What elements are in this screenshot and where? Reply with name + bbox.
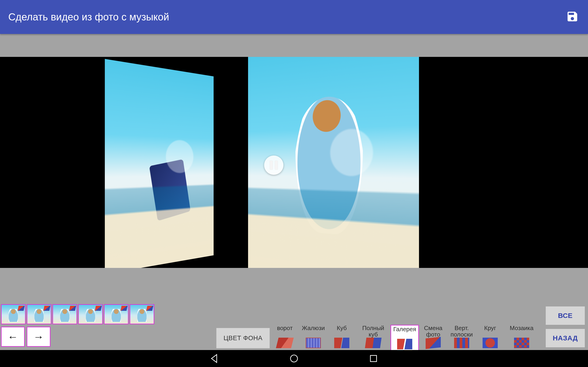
effect-cube[interactable]: Куб bbox=[328, 325, 356, 348]
pause-button[interactable] bbox=[264, 156, 284, 175]
spacer bbox=[0, 34, 588, 57]
effect-label: Куб bbox=[337, 325, 346, 338]
effect-label: Полный куб bbox=[362, 325, 384, 338]
effect-blinds[interactable]: Жалюзи bbox=[299, 325, 328, 348]
thumbnail-strip bbox=[1, 304, 154, 324]
effect-fullcube[interactable]: Полный куб bbox=[356, 325, 390, 348]
svg-rect-1 bbox=[371, 356, 377, 362]
effect-icon bbox=[483, 338, 498, 348]
app-title: Сделать видео из фото с музыкой bbox=[8, 11, 169, 23]
thumbnail[interactable] bbox=[104, 304, 129, 324]
effect-icon bbox=[276, 338, 294, 348]
effect-label: ворот bbox=[277, 325, 293, 338]
effect-icon bbox=[514, 338, 529, 348]
prev-button[interactable]: ← bbox=[1, 327, 25, 347]
svg-point-0 bbox=[291, 355, 298, 362]
effect-gallery[interactable]: Галерея bbox=[390, 325, 419, 351]
nav-recent-icon[interactable] bbox=[368, 353, 379, 364]
background-color-button[interactable]: ЦВЕТ ФОНА bbox=[216, 328, 270, 348]
effect-icon bbox=[397, 339, 412, 349]
effect-icon bbox=[334, 338, 349, 348]
effect-circle[interactable]: Круг bbox=[476, 325, 504, 348]
effect-mosaic[interactable]: Мозаика bbox=[504, 325, 539, 348]
effect-label: Круг bbox=[484, 325, 496, 338]
effect-label: Смена фото bbox=[424, 325, 442, 338]
next-button[interactable]: → bbox=[27, 327, 51, 347]
nav-back-icon[interactable] bbox=[209, 353, 220, 364]
effect-change[interactable]: Смена фото bbox=[419, 325, 447, 348]
app-bar: Сделать видео из фото с музыкой bbox=[0, 0, 588, 34]
effect-label: Мозаика bbox=[510, 325, 533, 338]
effect-icon bbox=[454, 338, 469, 348]
arrow-controls: ← → bbox=[1, 327, 51, 347]
slide-preview-left bbox=[105, 59, 214, 268]
thumbnail[interactable] bbox=[130, 304, 154, 324]
save-icon bbox=[566, 10, 579, 23]
effect-label: Верт. полоски bbox=[451, 325, 473, 338]
bottom-panel: ← → ЦВЕТ ФОНА воротЖалюзиКубПолный кубГа… bbox=[0, 268, 588, 350]
thumbnail[interactable] bbox=[1, 304, 26, 324]
save-button[interactable] bbox=[566, 10, 579, 24]
effect-label: Галерея bbox=[393, 326, 416, 339]
nav-home-icon[interactable] bbox=[289, 353, 299, 364]
thumbnail[interactable] bbox=[27, 304, 52, 324]
effect-rotate[interactable]: ворот bbox=[271, 325, 299, 348]
all-button[interactable]: ВСЕ bbox=[546, 307, 585, 325]
effect-label: Жалюзи bbox=[302, 325, 325, 338]
effect-vstripes[interactable]: Верт. полоски bbox=[447, 325, 476, 348]
effect-icon bbox=[365, 338, 381, 348]
effects-strip: воротЖалюзиКубПолный кубГалереяСмена фот… bbox=[271, 325, 539, 350]
android-nav-bar bbox=[0, 350, 588, 367]
thumbnail[interactable] bbox=[78, 304, 103, 324]
preview-stage[interactable] bbox=[0, 57, 588, 268]
thumbnail[interactable] bbox=[52, 304, 77, 324]
back-button[interactable]: НАЗАД bbox=[546, 329, 585, 347]
side-actions: ВСЕ НАЗАД bbox=[546, 307, 585, 347]
effect-icon bbox=[426, 337, 441, 349]
effect-icon bbox=[306, 338, 321, 348]
